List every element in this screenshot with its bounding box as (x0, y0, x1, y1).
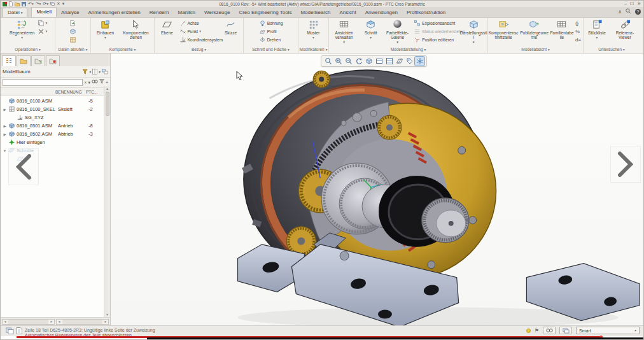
delete-button[interactable]: ▾ (38, 27, 48, 35)
group-label-komponente[interactable]: Komponente▾ (91, 46, 154, 53)
graphics-area[interactable] (111, 53, 643, 325)
publiziergeometrie-button[interactable]: Publiziergeometrie (520, 19, 549, 39)
minimize-ribbon-icon[interactable]: ∧ (618, 9, 622, 15)
familientabelle-button[interactable]: Familientabelle (550, 19, 574, 39)
group-label-modellabsicht[interactable]: Modellabsicht▾ (488, 46, 583, 53)
filter-icon[interactable] (99, 79, 104, 86)
punkt-button[interactable]: Punkt▾ (179, 27, 219, 35)
tree-horizontal-scrollbar[interactable]: ◄► (2, 319, 55, 325)
profil-button[interactable]: Profil (259, 27, 283, 35)
tree-row-csys[interactable]: SG_XYZ (1, 113, 104, 122)
tab-anmerkungen[interactable]: Anmerkungen erstellen (84, 8, 145, 17)
tree-filters-arrow[interactable]: ▾ (89, 70, 91, 74)
komponenten-ziehen-button[interactable]: Komponenten ziehen (120, 19, 153, 39)
parameter-button[interactable]: {} (575, 19, 583, 27)
tab-ansicht[interactable]: Ansicht (335, 8, 361, 17)
columns-horizontal-scrollbar[interactable]: ◄► (56, 319, 109, 325)
tree-row-antrieb[interactable]: ▶ 0816_0501.ASMAntrieb-8 (1, 122, 104, 130)
tab-modelsearch[interactable]: ModelSearch (296, 8, 335, 17)
redo-icon[interactable]: ↷▾ (36, 1, 41, 6)
command-search-icon[interactable] (626, 8, 631, 15)
tab-rendern[interactable]: Rendern (145, 8, 174, 17)
minimize-button[interactable]: – (624, 1, 627, 6)
display-style-icon[interactable] (364, 57, 374, 66)
tab-werkzeuge[interactable]: Werkzeuge (200, 8, 234, 17)
selection-filter-select[interactable]: Smart ▾ (576, 327, 640, 334)
tab-anwendungen[interactable]: Anwendungen (361, 8, 402, 17)
ebene-button[interactable]: Ebene (157, 19, 178, 35)
group-label-bezug[interactable]: Bezug▾ (155, 46, 243, 53)
einbauen-button[interactable]: Einbauen▾ (93, 19, 118, 39)
group-label-modelldarstellung[interactable]: Modelldarstellung▾ (329, 46, 487, 53)
tree-column-headers[interactable]: BENENNUNG PTC... (1, 88, 110, 96)
help-icon[interactable]: ? (635, 9, 641, 15)
view-manager-icon[interactable] (384, 57, 394, 66)
tree-row-skeleton[interactable]: ▶ 0816_0100_SKELSkelett-2 (1, 105, 104, 113)
tab-modell[interactable]: Modell (31, 7, 57, 17)
zoom-out-icon[interactable] (344, 57, 353, 66)
bohrung-button[interactable]: Bohrung (259, 19, 283, 27)
new-file-icon[interactable] (9, 1, 13, 6)
tab-favorites[interactable] (31, 55, 45, 66)
tab-creo-engineering-tools[interactable]: Creo Engineering Tools (234, 8, 296, 17)
tree-row-abtrieb[interactable]: ▶ 0816_0502.ASMAbtrieb-3 (1, 130, 104, 138)
top-fill-plug-gear[interactable] (313, 71, 330, 87)
regeneration-status-icon[interactable] (526, 329, 531, 333)
undo-icon[interactable]: ↶▾ (28, 1, 34, 6)
datum-display-icon[interactable] (395, 57, 404, 66)
notification-flag-icon[interactable]: ⚑ (535, 328, 539, 334)
next-overlay-button[interactable] (610, 146, 641, 183)
tree-settings-icon[interactable] (102, 69, 108, 75)
select-items-button[interactable] (559, 327, 572, 334)
relations-button[interactable]: d= (575, 36, 583, 43)
save-icon[interactable] (22, 2, 26, 6)
search-options-arrow[interactable]: ▾ (88, 80, 90, 86)
tab-folder-browser[interactable] (17, 55, 31, 66)
find-icon[interactable] (92, 79, 98, 86)
group-label-modifikatoren[interactable]: Modifikatoren▾ (298, 46, 328, 53)
explosionsansicht-button[interactable]: Explosionsansicht (414, 19, 458, 27)
referenz-viewer-button[interactable]: Referenz-Viewer (611, 19, 639, 39)
planetary-gearbox-model[interactable] (111, 53, 643, 325)
model-notes-icon[interactable] (16, 327, 22, 335)
search-model-button[interactable] (543, 327, 556, 334)
window-switch-icon[interactable] (50, 2, 55, 6)
open-file-icon[interactable] (15, 2, 20, 6)
komponentenschnittstelle-button[interactable]: Komponentenschnittstelle (488, 19, 519, 39)
drehen-button[interactable]: Drehen (259, 36, 283, 43)
schnitt-button[interactable]: Schnitt▾ (361, 19, 381, 39)
muster-button[interactable]: Muster▾ (301, 19, 326, 39)
tree-search-input[interactable] (3, 79, 83, 86)
tree-row-asm-root[interactable]: 0816_0100.ASM-5 (1, 97, 104, 105)
group-label-schnitt-und-flaeche[interactable]: Schnitt und Fläche▾ (244, 46, 298, 53)
position-editieren-button[interactable]: Position editieren (414, 36, 458, 43)
spin-center-icon[interactable] (415, 57, 424, 66)
prev-overlay-button[interactable] (8, 148, 39, 185)
switch-dimensions-button[interactable]: ¾ (575, 27, 583, 35)
tab-analyse[interactable]: Analyse (57, 8, 83, 17)
tab-manikin[interactable]: Manikin (173, 8, 200, 17)
search-clear-icon[interactable]: × (84, 80, 87, 86)
group-label-operationen[interactable]: Operationen▾ (1, 46, 55, 53)
message-log-icon[interactable] (6, 327, 14, 335)
refit-icon[interactable] (323, 57, 333, 66)
group-label-daten-abrufen[interactable]: Daten abrufen▾ (55, 46, 90, 53)
tree-columns-icon[interactable] (92, 69, 97, 75)
maximize-button[interactable]: ☐ (630, 1, 634, 6)
shrinkwrap-button[interactable] (69, 36, 76, 43)
tab-model-tree[interactable] (2, 55, 16, 66)
skizze-button[interactable]: Skizze (220, 19, 242, 35)
tree-filters-icon[interactable] (82, 69, 88, 75)
regenerieren-button[interactable]: Regenerieren▾ (8, 19, 36, 39)
tree-vertical-scrollbar[interactable]: ▲▼ (104, 86, 110, 317)
annotation-display-icon[interactable] (405, 57, 414, 66)
tab-profilkonstruktion[interactable]: Profilkonstruktion (402, 8, 450, 17)
group-label-untersuchen[interactable]: Untersuchen▾ (584, 46, 640, 53)
achse-button[interactable]: Achse (179, 19, 219, 27)
regenerate-qat-icon[interactable]: ⟳▾ (43, 1, 48, 6)
copy-geometry-button[interactable] (69, 27, 76, 35)
tree-columns-arrow[interactable]: ▾ (99, 70, 101, 74)
tree-row-insert-here[interactable]: Hier einfügen (1, 138, 104, 146)
zoom-in-icon[interactable] (333, 57, 343, 66)
customize-qat-icon[interactable]: ▾ (62, 1, 65, 6)
